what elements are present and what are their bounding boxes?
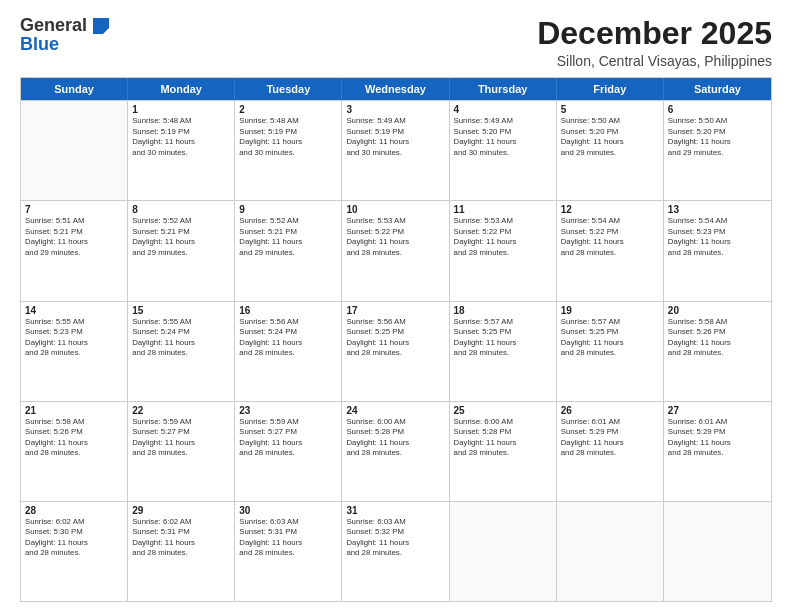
day-number: 20 (668, 305, 767, 316)
logo: General Blue (20, 16, 110, 55)
day-number: 23 (239, 405, 337, 416)
calendar-cell: 3Sunrise: 5:49 AM Sunset: 5:19 PM Daylig… (342, 101, 449, 200)
day-number: 12 (561, 204, 659, 215)
calendar-cell: 23Sunrise: 5:59 AM Sunset: 5:27 PM Dayli… (235, 402, 342, 501)
day-number: 7 (25, 204, 123, 215)
day-info: Sunrise: 6:00 AM Sunset: 5:28 PM Dayligh… (454, 417, 552, 459)
title-block: December 2025 Sillon, Central Visayas, P… (537, 16, 772, 69)
calendar-week-row: 14Sunrise: 5:55 AM Sunset: 5:23 PM Dayli… (21, 301, 771, 401)
calendar-cell (21, 101, 128, 200)
calendar-day-header: Friday (557, 78, 664, 100)
calendar-cell (557, 502, 664, 601)
day-number: 26 (561, 405, 659, 416)
calendar-cell: 21Sunrise: 5:58 AM Sunset: 5:26 PM Dayli… (21, 402, 128, 501)
logo-general: General (20, 15, 87, 35)
calendar-cell: 20Sunrise: 5:58 AM Sunset: 5:26 PM Dayli… (664, 302, 771, 401)
day-info: Sunrise: 5:55 AM Sunset: 5:24 PM Dayligh… (132, 317, 230, 359)
day-info: Sunrise: 5:58 AM Sunset: 5:26 PM Dayligh… (25, 417, 123, 459)
day-number: 28 (25, 505, 123, 516)
day-number: 29 (132, 505, 230, 516)
day-info: Sunrise: 5:55 AM Sunset: 5:23 PM Dayligh… (25, 317, 123, 359)
day-info: Sunrise: 5:50 AM Sunset: 5:20 PM Dayligh… (561, 116, 659, 158)
day-info: Sunrise: 5:54 AM Sunset: 5:22 PM Dayligh… (561, 216, 659, 258)
day-number: 3 (346, 104, 444, 115)
day-info: Sunrise: 5:59 AM Sunset: 5:27 PM Dayligh… (132, 417, 230, 459)
logo-blue (87, 15, 110, 35)
calendar-cell: 25Sunrise: 6:00 AM Sunset: 5:28 PM Dayli… (450, 402, 557, 501)
day-info: Sunrise: 5:48 AM Sunset: 5:19 PM Dayligh… (239, 116, 337, 158)
day-number: 4 (454, 104, 552, 115)
calendar-cell: 29Sunrise: 6:02 AM Sunset: 5:31 PM Dayli… (128, 502, 235, 601)
day-number: 25 (454, 405, 552, 416)
calendar-day-header: Wednesday (342, 78, 449, 100)
day-info: Sunrise: 5:52 AM Sunset: 5:21 PM Dayligh… (132, 216, 230, 258)
logo-blue-text: Blue (20, 34, 59, 55)
day-info: Sunrise: 5:52 AM Sunset: 5:21 PM Dayligh… (239, 216, 337, 258)
header: General Blue December 2025 Sillon, Centr… (20, 16, 772, 69)
day-info: Sunrise: 6:03 AM Sunset: 5:31 PM Dayligh… (239, 517, 337, 559)
day-number: 21 (25, 405, 123, 416)
calendar-cell: 16Sunrise: 5:56 AM Sunset: 5:24 PM Dayli… (235, 302, 342, 401)
calendar-cell: 6Sunrise: 5:50 AM Sunset: 5:20 PM Daylig… (664, 101, 771, 200)
day-number: 10 (346, 204, 444, 215)
calendar-cell: 15Sunrise: 5:55 AM Sunset: 5:24 PM Dayli… (128, 302, 235, 401)
day-info: Sunrise: 5:51 AM Sunset: 5:21 PM Dayligh… (25, 216, 123, 258)
calendar-cell: 31Sunrise: 6:03 AM Sunset: 5:32 PM Dayli… (342, 502, 449, 601)
calendar-cell: 17Sunrise: 5:56 AM Sunset: 5:25 PM Dayli… (342, 302, 449, 401)
day-number: 9 (239, 204, 337, 215)
day-info: Sunrise: 5:58 AM Sunset: 5:26 PM Dayligh… (668, 317, 767, 359)
day-number: 13 (668, 204, 767, 215)
day-number: 16 (239, 305, 337, 316)
day-number: 27 (668, 405, 767, 416)
calendar-day-header: Saturday (664, 78, 771, 100)
calendar-cell: 18Sunrise: 5:57 AM Sunset: 5:25 PM Dayli… (450, 302, 557, 401)
calendar-cell: 4Sunrise: 5:49 AM Sunset: 5:20 PM Daylig… (450, 101, 557, 200)
calendar-cell: 10Sunrise: 5:53 AM Sunset: 5:22 PM Dayli… (342, 201, 449, 300)
day-info: Sunrise: 5:49 AM Sunset: 5:20 PM Dayligh… (454, 116, 552, 158)
svg-marker-0 (93, 18, 109, 34)
day-number: 18 (454, 305, 552, 316)
calendar-cell: 12Sunrise: 5:54 AM Sunset: 5:22 PM Dayli… (557, 201, 664, 300)
calendar-cell: 9Sunrise: 5:52 AM Sunset: 5:21 PM Daylig… (235, 201, 342, 300)
day-info: Sunrise: 5:57 AM Sunset: 5:25 PM Dayligh… (561, 317, 659, 359)
day-number: 14 (25, 305, 123, 316)
day-info: Sunrise: 5:53 AM Sunset: 5:22 PM Dayligh… (454, 216, 552, 258)
calendar-week-row: 21Sunrise: 5:58 AM Sunset: 5:26 PM Dayli… (21, 401, 771, 501)
day-info: Sunrise: 5:50 AM Sunset: 5:20 PM Dayligh… (668, 116, 767, 158)
day-number: 19 (561, 305, 659, 316)
day-info: Sunrise: 6:03 AM Sunset: 5:32 PM Dayligh… (346, 517, 444, 559)
calendar-cell: 19Sunrise: 5:57 AM Sunset: 5:25 PM Dayli… (557, 302, 664, 401)
day-info: Sunrise: 5:59 AM Sunset: 5:27 PM Dayligh… (239, 417, 337, 459)
calendar-cell: 26Sunrise: 6:01 AM Sunset: 5:29 PM Dayli… (557, 402, 664, 501)
logo-icon (93, 18, 109, 34)
page: General Blue December 2025 Sillon, Centr… (0, 0, 792, 612)
calendar-cell (450, 502, 557, 601)
calendar-cell: 22Sunrise: 5:59 AM Sunset: 5:27 PM Dayli… (128, 402, 235, 501)
day-number: 31 (346, 505, 444, 516)
calendar-cell (664, 502, 771, 601)
calendar-week-row: 1Sunrise: 5:48 AM Sunset: 5:19 PM Daylig… (21, 100, 771, 200)
day-number: 22 (132, 405, 230, 416)
day-info: Sunrise: 5:48 AM Sunset: 5:19 PM Dayligh… (132, 116, 230, 158)
day-info: Sunrise: 6:00 AM Sunset: 5:28 PM Dayligh… (346, 417, 444, 459)
day-number: 8 (132, 204, 230, 215)
main-title: December 2025 (537, 16, 772, 51)
day-info: Sunrise: 6:01 AM Sunset: 5:29 PM Dayligh… (668, 417, 767, 459)
calendar: SundayMondayTuesdayWednesdayThursdayFrid… (20, 77, 772, 602)
day-number: 17 (346, 305, 444, 316)
calendar-day-header: Monday (128, 78, 235, 100)
calendar-day-header: Tuesday (235, 78, 342, 100)
calendar-cell: 14Sunrise: 5:55 AM Sunset: 5:23 PM Dayli… (21, 302, 128, 401)
day-number: 15 (132, 305, 230, 316)
day-number: 11 (454, 204, 552, 215)
calendar-cell: 13Sunrise: 5:54 AM Sunset: 5:23 PM Dayli… (664, 201, 771, 300)
day-number: 1 (132, 104, 230, 115)
calendar-body: 1Sunrise: 5:48 AM Sunset: 5:19 PM Daylig… (21, 100, 771, 601)
calendar-cell: 27Sunrise: 6:01 AM Sunset: 5:29 PM Dayli… (664, 402, 771, 501)
calendar-cell: 28Sunrise: 6:02 AM Sunset: 5:30 PM Dayli… (21, 502, 128, 601)
calendar-header: SundayMondayTuesdayWednesdayThursdayFrid… (21, 78, 771, 100)
sub-title: Sillon, Central Visayas, Philippines (537, 53, 772, 69)
calendar-cell: 30Sunrise: 6:03 AM Sunset: 5:31 PM Dayli… (235, 502, 342, 601)
day-number: 30 (239, 505, 337, 516)
calendar-cell: 1Sunrise: 5:48 AM Sunset: 5:19 PM Daylig… (128, 101, 235, 200)
